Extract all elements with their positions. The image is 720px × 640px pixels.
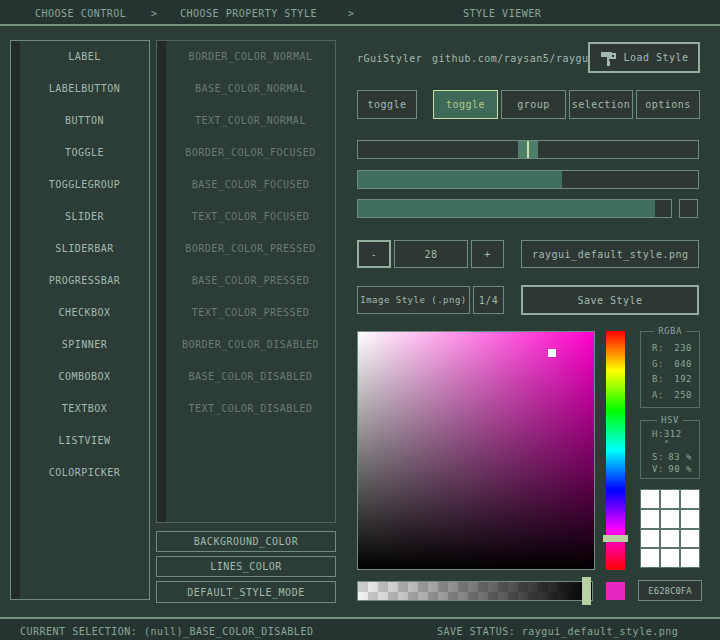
list-item[interactable]: TOGGLEGROUP xyxy=(20,169,149,201)
default-style-mode-button[interactable]: DEFAULT_STYLE_MODE xyxy=(156,581,336,603)
list-item[interactable]: CHECKBOX xyxy=(20,297,149,329)
filename-text: raygui_default_style.png xyxy=(532,249,689,260)
rguistyler-window: CHOOSE CONTROL > CHOOSE PROPERTY STYLE >… xyxy=(0,0,720,640)
progressbar-fill xyxy=(358,200,655,217)
breadcrumb-step-choose-control: CHOOSE CONTROL xyxy=(35,8,126,19)
hue-bar-handle[interactable] xyxy=(603,535,628,542)
background-color-button-label: BACKGROUND_COLOR xyxy=(194,536,298,547)
toggle-group-item-toggle[interactable]: toggle xyxy=(433,90,498,119)
lines-color-button[interactable]: LINES_COLOR xyxy=(156,556,336,577)
rgba-group-box: RGBA R:230G:040B:192A:250 xyxy=(640,331,700,408)
toggle-single[interactable]: toggle xyxy=(357,90,417,119)
controls-list-scrollbar[interactable] xyxy=(11,41,20,599)
color-value-number: 312 ° xyxy=(664,429,692,449)
list-item[interactable]: BORDER_COLOR_NORMAL xyxy=(166,41,335,73)
list-item[interactable]: BORDER_COLOR_PRESSED xyxy=(166,233,335,265)
saved-swatch-cell[interactable] xyxy=(641,549,659,567)
list-item[interactable]: BASE_COLOR_FOCUSED xyxy=(166,169,335,201)
saved-swatch-cell[interactable] xyxy=(681,510,699,528)
spinner-increment-button[interactable]: + xyxy=(471,240,504,268)
list-item[interactable]: BORDER_COLOR_DISABLED xyxy=(166,329,335,361)
list-item[interactable]: COLORPICKER xyxy=(20,457,149,489)
color-value-label: H: xyxy=(652,429,664,449)
saved-swatch-cell[interactable] xyxy=(681,490,699,508)
color-value-number: 040 xyxy=(674,359,692,369)
hue-bar[interactable] xyxy=(606,331,625,570)
list-item[interactable]: BASE_COLOR_NORMAL xyxy=(166,73,335,105)
list-item[interactable]: TOGGLE xyxy=(20,137,149,169)
default-style-mode-button-label: DEFAULT_STYLE_MODE xyxy=(187,587,304,598)
list-item[interactable]: BUTTON xyxy=(20,105,149,137)
sliderbar-fill xyxy=(358,171,562,188)
slider-handle[interactable] xyxy=(518,141,538,158)
minus-icon: - xyxy=(371,249,378,260)
lines-color-button-label: LINES_COLOR xyxy=(210,561,282,572)
saved-swatch-cell[interactable] xyxy=(641,510,659,528)
saved-swatch-cell[interactable] xyxy=(661,490,679,508)
color-value-number: 230 xyxy=(674,343,692,353)
list-item[interactable]: LABELBUTTON xyxy=(20,73,149,105)
list-item[interactable]: PROGRESSBAR xyxy=(20,265,149,297)
list-item[interactable]: TEXTBOX xyxy=(20,393,149,425)
list-item[interactable]: BASE_COLOR_PRESSED xyxy=(166,265,335,297)
saved-swatch-cell[interactable] xyxy=(661,510,679,528)
list-item[interactable]: SLIDER xyxy=(20,201,149,233)
spinner-value: 28 xyxy=(424,249,437,260)
image-style-button[interactable]: Image Style (.png) xyxy=(357,286,470,314)
color-value-label: V: xyxy=(652,464,664,474)
saved-swatch-cell[interactable] xyxy=(681,530,699,548)
saved-swatch-cell[interactable] xyxy=(661,549,679,567)
color-value-label: G: xyxy=(652,359,664,369)
demo-slider[interactable] xyxy=(357,140,699,159)
toggle-group-item-selection[interactable]: selection xyxy=(569,90,633,119)
filename-textbox[interactable]: raygui_default_style.png xyxy=(521,240,699,268)
saved-swatch-cell[interactable] xyxy=(641,530,659,548)
toggle-group-item-options[interactable]: options xyxy=(636,90,700,119)
list-item[interactable]: COMBOBOX xyxy=(20,361,149,393)
list-item[interactable]: BASE_COLOR_DISABLED xyxy=(166,361,335,393)
properties-list-scrollbar[interactable] xyxy=(157,41,166,522)
hsv-group-title: HSV xyxy=(657,415,683,425)
demo-checkbox[interactable] xyxy=(679,199,698,218)
properties-list-items: BORDER_COLOR_NORMALBASE_COLOR_NORMALTEXT… xyxy=(166,41,335,425)
color-value-label: R: xyxy=(652,343,664,353)
list-item[interactable]: TEXT_COLOR_FOCUSED xyxy=(166,201,335,233)
alpha-bar-handle[interactable] xyxy=(582,577,591,605)
spinner-value-box[interactable]: 28 xyxy=(394,240,468,268)
color-picker-cursor[interactable] xyxy=(548,349,556,357)
breadcrumb: CHOOSE CONTROL > CHOOSE PROPERTY STYLE >… xyxy=(0,0,720,26)
list-item[interactable]: LISTVIEW xyxy=(20,425,149,457)
load-style-button[interactable]: Load Style xyxy=(588,42,700,73)
alpha-bar[interactable] xyxy=(357,581,593,601)
properties-listview: BORDER_COLOR_NORMALBASE_COLOR_NORMALTEXT… xyxy=(156,40,336,523)
background-color-button[interactable]: BACKGROUND_COLOR xyxy=(156,531,336,552)
list-item[interactable]: SPINNER xyxy=(20,329,149,361)
color-value-row: H:312 ° xyxy=(641,429,699,449)
list-item[interactable]: TEXT_COLOR_PRESSED xyxy=(166,297,335,329)
color-value-row: B:192 xyxy=(641,374,699,384)
spinner-decrement-button[interactable]: - xyxy=(357,240,391,268)
saved-swatch-cell[interactable] xyxy=(681,549,699,567)
save-style-button[interactable]: Save Style xyxy=(521,285,699,315)
list-item[interactable]: TEXT_COLOR_NORMAL xyxy=(166,105,335,137)
list-item[interactable]: BORDER_COLOR_FOCUSED xyxy=(166,137,335,169)
hex-value-text: E628C0FA xyxy=(648,586,691,596)
zoom-ratio-label: 1/4 xyxy=(479,295,499,306)
saved-swatches-grid xyxy=(640,489,700,568)
list-item[interactable]: LABEL xyxy=(20,41,149,73)
color-value-number: 250 xyxy=(674,390,692,400)
list-item[interactable]: SLIDERBAR xyxy=(20,233,149,265)
color-value-row: V:90 % xyxy=(641,464,699,474)
zoom-ratio-box[interactable]: 1/4 xyxy=(473,286,504,314)
demo-sliderbar[interactable] xyxy=(357,170,699,189)
color-value-number: 83 % xyxy=(668,452,692,462)
color-picker-panel[interactable] xyxy=(357,331,595,570)
slider-handle-notch xyxy=(527,141,529,158)
list-item[interactable]: TEXT_COLOR_DISABLED xyxy=(166,393,335,425)
demo-progressbar xyxy=(357,199,672,218)
repo-link[interactable]: github.com/raysan5/raygui xyxy=(432,53,595,64)
saved-swatch-cell[interactable] xyxy=(661,530,679,548)
toggle-group-item-group[interactable]: group xyxy=(501,90,566,119)
hex-value-textbox[interactable]: E628C0FA xyxy=(638,580,702,601)
saved-swatch-cell[interactable] xyxy=(641,490,659,508)
